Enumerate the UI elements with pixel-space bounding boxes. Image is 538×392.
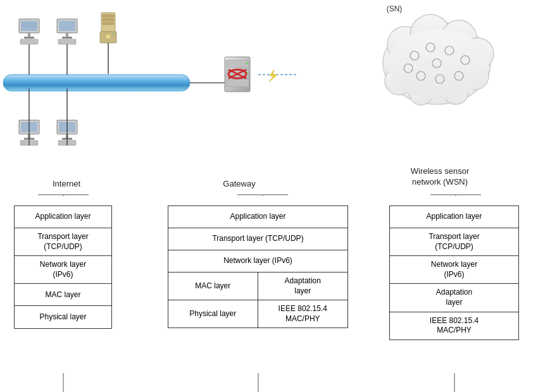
gateway-label: Gateway	[223, 179, 256, 188]
wsn-label-line1: Wireless sensor	[411, 166, 470, 176]
sn-label: (SN)	[387, 4, 403, 13]
computer-icon-3	[19, 89, 39, 145]
internet-physical-layer: Physical layer	[15, 306, 111, 328]
gateway-ieee-layer: IEEE 802.15.4MAC/PHY	[258, 300, 348, 328]
internet-network-layer: Network layer(IPv6)	[15, 256, 111, 284]
gateway-mac-layer: MAC layer	[168, 273, 258, 300]
gateway-transport-layer: Transport layer (TCP/UDP)	[168, 228, 347, 250]
svg-point-21	[113, 33, 115, 35]
svg-rect-12	[62, 37, 72, 39]
gateway-icon	[225, 57, 250, 92]
internet-app-layer: Application layer	[15, 206, 111, 228]
internet-label: Internet	[53, 179, 80, 188]
internet-transport-layer: Transport layer(TCP/UDP)	[15, 228, 111, 256]
svg-marker-46	[269, 70, 277, 82]
wsn-label-line2: network (WSN)	[412, 177, 468, 187]
svg-rect-3	[28, 33, 30, 37]
diagram-svg: Internet Gateway Wireless sensor network…	[0, 0, 538, 196]
gateway-protocol-stack: Application layer Transport layer (TCP/U…	[168, 205, 348, 328]
internet-mac-layer: MAC layer	[15, 284, 111, 306]
wsn-cloud	[383, 15, 494, 105]
gateway-physical-layer: Physical layer	[168, 300, 258, 328]
gateway-adaptation-layer: Adaptationlayer	[258, 273, 348, 300]
computer-icon-1	[19, 19, 39, 75]
svg-point-40	[246, 62, 248, 64]
svg-rect-4	[24, 37, 34, 39]
svg-rect-0	[3, 75, 190, 91]
lightning-icon	[258, 70, 296, 82]
wsn-network-layer: Network layer(IPv6)	[390, 256, 518, 284]
gateway-physical-ieee-row: Physical layer IEEE 802.15.4MAC/PHY	[168, 300, 347, 328]
gateway-mac-adaptation-row: MAC layer Adaptationlayer	[168, 273, 347, 300]
computer-icon-4	[57, 89, 77, 145]
svg-rect-17	[103, 18, 114, 21]
server-icon	[100, 13, 116, 74]
wsn-adaptation-layer: Adaptationlayer	[390, 284, 518, 312]
svg-rect-5	[20, 39, 38, 44]
wsn-protocol-stack: Application layer Transport layer(TCP/UD…	[389, 205, 519, 340]
svg-rect-10	[59, 21, 75, 31]
svg-rect-13	[58, 39, 76, 44]
bottom-connectors	[0, 373, 538, 392]
wsn-transport-layer: Transport layer(TCP/UDP)	[390, 228, 518, 256]
svg-rect-16	[103, 15, 114, 17]
internet-protocol-stack: Application layer Transport layer(TCP/UD…	[14, 205, 112, 329]
computer-icon-2	[57, 19, 77, 75]
svg-rect-2	[21, 21, 37, 31]
gateway-app-layer: Application layer	[168, 206, 347, 228]
svg-point-20	[106, 34, 111, 39]
gateway-network-layer: Network layer (IPv6)	[168, 250, 347, 273]
svg-rect-18	[103, 22, 114, 25]
svg-rect-37	[226, 60, 249, 68]
wsn-app-layer: Application layer	[390, 206, 518, 228]
svg-rect-11	[66, 33, 68, 37]
svg-point-56	[387, 30, 489, 99]
svg-rect-39	[226, 79, 249, 87]
wsn-ieee-layer: IEEE 802.15.4MAC/PHY	[390, 312, 518, 340]
